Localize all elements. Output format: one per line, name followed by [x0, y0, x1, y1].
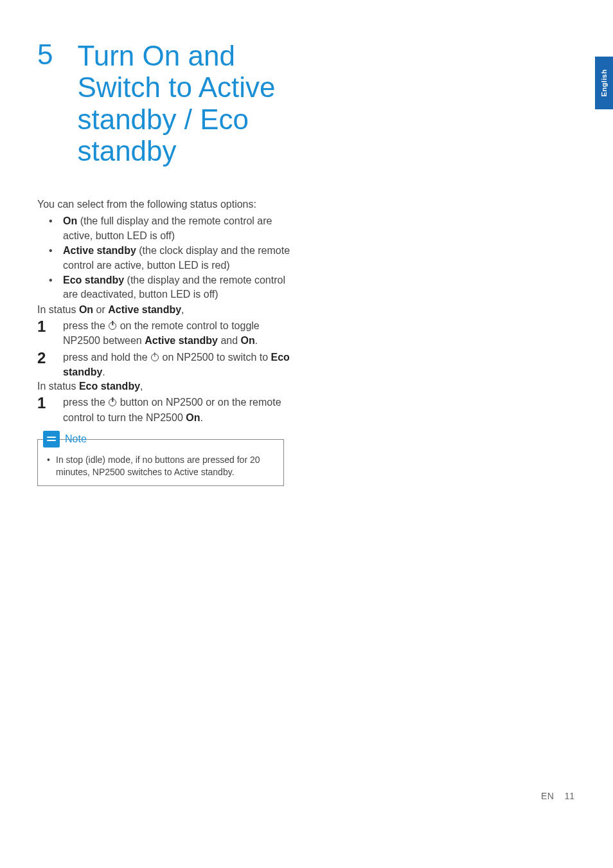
- status-label: Eco standby: [63, 275, 124, 285]
- power-icon: [151, 354, 159, 361]
- footer-page-number: 11: [564, 791, 574, 801]
- step-item: 1 press the button on NP2500 or on the r…: [37, 395, 291, 424]
- list-item: Active standby (the clock display and th…: [37, 244, 291, 273]
- step-text: press the on the remote control to toggl…: [63, 318, 291, 348]
- power-icon: [109, 322, 116, 330]
- power-icon: [109, 399, 116, 406]
- step-number: 1: [37, 318, 63, 334]
- note-icon: [43, 431, 60, 448]
- step-item: 1 press the on the remote control to tog…: [37, 318, 291, 348]
- note-header: Note: [38, 431, 283, 451]
- footer-lang: EN: [541, 791, 554, 801]
- chapter-heading: 5 Turn On and Switch to Active standby /…: [37, 40, 291, 167]
- step-text: press and hold the on NP2500 to switch t…: [63, 350, 291, 379]
- note-body: In stop (idle) mode, if no buttons are p…: [38, 451, 283, 486]
- language-tab: English: [595, 57, 613, 109]
- note-label: Note: [65, 433, 87, 445]
- step-text: press the button on NP2500 or on the rem…: [63, 395, 291, 424]
- chapter-title: Turn On and Switch to Active standby / E…: [77, 40, 289, 167]
- status-label: Active standby: [63, 245, 136, 256]
- status-context-line: In status Eco standby,: [37, 379, 291, 393]
- note-box: Note In stop (idle) mode, if no buttons …: [37, 439, 284, 487]
- step-number: 1: [37, 395, 63, 411]
- page-footer: EN11: [541, 791, 574, 801]
- status-desc: (the full display and the remote control…: [63, 215, 272, 240]
- chapter-number: 5: [37, 40, 75, 69]
- language-tab-label: English: [600, 69, 608, 97]
- step-item: 2 press and hold the on NP2500 to switch…: [37, 350, 291, 379]
- status-option-list: On (the full display and the remote cont…: [37, 214, 291, 302]
- main-content: 5 Turn On and Switch to Active standby /…: [37, 40, 291, 486]
- status-context-line: In status On or Active standby,: [37, 303, 291, 317]
- intro-text: You can select from the following status…: [37, 197, 291, 212]
- list-item: Eco standby (the display and the remote …: [37, 273, 291, 302]
- list-item: On (the full display and the remote cont…: [37, 214, 291, 243]
- status-label: On: [63, 215, 77, 226]
- step-number: 2: [37, 350, 63, 366]
